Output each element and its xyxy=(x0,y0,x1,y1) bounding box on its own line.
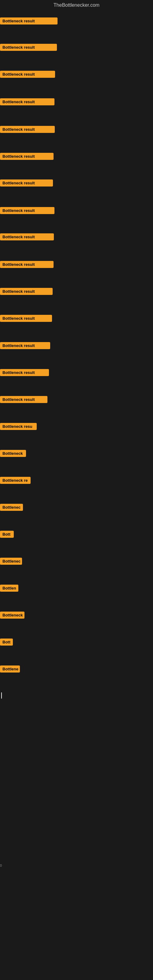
bottleneck-result-item[interactable]: Bottleneck result xyxy=(0,396,48,403)
bottleneck-result-item[interactable]: Bottleneck result xyxy=(0,180,53,186)
bottleneck-result-item[interactable]: Bottleneck xyxy=(0,450,26,457)
bottleneck-result-item[interactable]: Bottleneck xyxy=(0,612,24,619)
bottleneck-result-item[interactable]: Bottlene xyxy=(0,665,20,673)
bottleneck-result-item[interactable]: Bottleneck result xyxy=(0,369,49,376)
bottleneck-result-item[interactable]: Bottlenec xyxy=(0,504,23,511)
bottleneck-result-item[interactable]: Bottleneck result xyxy=(0,71,55,78)
bottleneck-result-item[interactable]: Bottleneck result xyxy=(0,98,54,105)
site-title: TheBottlenecker.com xyxy=(0,0,153,10)
bottleneck-result-item[interactable]: Bottlenec xyxy=(0,558,22,565)
bottleneck-result-item[interactable]: Bottleneck re xyxy=(0,477,30,484)
bottleneck-result-item[interactable]: Bottleneck result xyxy=(0,288,53,295)
bottleneck-result-item[interactable]: Bottleneck result xyxy=(0,261,54,268)
bottleneck-result-item[interactable]: Bottleneck result xyxy=(0,207,54,214)
bottleneck-result-item[interactable]: Bottleneck resu xyxy=(0,423,37,430)
bottleneck-result-item[interactable]: Bott xyxy=(0,531,14,538)
bottleneck-result-item[interactable]: Bottleneck result xyxy=(0,315,52,322)
bottleneck-result-item[interactable]: Bottlen xyxy=(0,585,18,592)
bottleneck-result-item[interactable]: Bottleneck result xyxy=(0,153,54,160)
text-cursor xyxy=(1,692,2,698)
bottleneck-result-item[interactable]: Bottleneck result xyxy=(0,233,54,240)
bottleneck-result-item[interactable]: Bottleneck result xyxy=(0,126,55,133)
bottleneck-result-item[interactable]: Bottleneck result xyxy=(0,18,57,24)
bottleneck-result-item[interactable]: Bott xyxy=(0,638,13,646)
small-label: 0 xyxy=(0,864,2,867)
bottleneck-result-item[interactable]: Bottleneck result xyxy=(0,44,57,51)
bottleneck-result-item[interactable]: Bottleneck result xyxy=(0,342,50,349)
